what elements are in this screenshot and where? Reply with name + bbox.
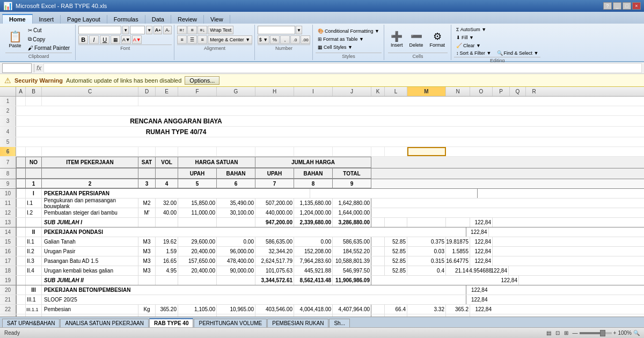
tab-home[interactable]: Home (2, 14, 33, 24)
col-header-b[interactable]: B (26, 87, 42, 96)
view-normal[interactable]: ▤ (546, 330, 551, 336)
cut-button[interactable]: ✂ Cut (26, 26, 72, 34)
tab-perhitungan[interactable]: PERHITUNGAN VOLUME (194, 319, 267, 327)
fill-color-button[interactable]: A▼ (121, 35, 131, 44)
row-num: 16 (0, 247, 16, 256)
row-num: 11 (0, 199, 16, 208)
options-button[interactable]: Options... (185, 76, 219, 85)
paste-button[interactable]: 📋 Paste (5, 28, 25, 50)
col-header-g[interactable]: G (217, 87, 255, 96)
cell-m6-selected[interactable] (407, 147, 446, 156)
font-group-label: Font (78, 45, 172, 51)
col-header-d[interactable]: D (138, 87, 156, 96)
alignment-group: ≡↑ ≡ ≡↓ Wrap Text ≡ ☰ ≡ Merge & Center ▼… (175, 25, 255, 60)
align-left-button[interactable]: ≡ (177, 35, 187, 44)
font-group: Calibri ▼ 11 ▼ A+ A- B I U ▦ A▼ A▼ Font (76, 25, 174, 60)
header-no: NO (26, 157, 42, 168)
align-middle-button[interactable]: ≡ (187, 26, 197, 34)
col-header-i[interactable]: I (294, 87, 333, 96)
dollar-button[interactable]: $ ▼ (258, 35, 269, 44)
header-upah-j: UPAH (255, 168, 294, 179)
bold-button[interactable]: B (78, 35, 88, 44)
format-as-table-button[interactable]: ⊞ Format as Table ▼ (316, 35, 382, 43)
help-icon[interactable]: ? (603, 2, 612, 10)
delete-icon: ➖ (411, 31, 422, 42)
col-header-c[interactable]: C (42, 87, 138, 96)
col-header-m[interactable]: M (407, 87, 446, 96)
tab-view[interactable]: View (204, 15, 230, 24)
increase-font-button[interactable]: A+ (153, 26, 162, 34)
increase-decimal-button[interactable]: .0 (290, 35, 300, 44)
clear-button[interactable]: 🧹 Clear ▼ (454, 42, 540, 49)
number-format-dropdown[interactable]: ▼ (296, 26, 302, 34)
format-button[interactable]: ⚙ Format (427, 29, 448, 49)
wrap-text-button[interactable]: Wrap Text (208, 26, 233, 34)
font-name-dropdown[interactable]: ▼ (122, 26, 129, 34)
col-header-o[interactable]: O (470, 87, 493, 96)
minimize-button[interactable]: _ (613, 2, 621, 10)
align-right-button[interactable]: ≡ (197, 35, 207, 44)
delete-button[interactable]: ➖ Delete (407, 29, 426, 49)
font-size-dropdown[interactable]: ▼ (146, 26, 152, 34)
col-header-h[interactable]: H (255, 87, 294, 96)
sort-icon: ↕ (456, 50, 459, 56)
merge-center-button[interactable]: Merge & Center ▼ (208, 35, 252, 44)
align-bottom-button[interactable]: ≡↓ (197, 26, 207, 34)
sort-filter-button[interactable]: ↕ Sort & Filter ▼ (454, 49, 493, 57)
insert-button[interactable]: ➕ Insert (388, 29, 406, 49)
font-name-input[interactable]: Calibri (78, 26, 121, 34)
align-center-button[interactable]: ☰ (187, 35, 197, 44)
decrease-font-button[interactable]: A- (163, 26, 172, 34)
tab-rab-type-40[interactable]: RAB TYPE 40 (149, 318, 193, 327)
col-header-n[interactable]: N (446, 87, 470, 96)
tab-formulas[interactable]: Formulas (107, 15, 145, 24)
fill-button[interactable]: ⬇ Fill ▼ (454, 34, 540, 41)
decrease-decimal-button[interactable]: .00 (301, 35, 310, 44)
tab-pembesian[interactable]: PEMBESIAN RUKAN (267, 319, 328, 327)
tab-page-layout[interactable]: Page Layout (61, 15, 107, 24)
copy-button[interactable]: ⧉ Copy (26, 35, 72, 43)
tab-sat-upah[interactable]: SAT UPAH&BAHAN (2, 319, 60, 327)
col-header-r[interactable]: R (526, 87, 542, 96)
close-button[interactable]: × (632, 2, 641, 10)
window-controls[interactable]: ? _ □ × (603, 2, 641, 10)
underline-button[interactable]: U (100, 35, 109, 44)
percent-button[interactable]: % (270, 35, 280, 44)
view-layout[interactable]: ⊡ (555, 330, 560, 336)
name-box[interactable]: M6 (2, 63, 32, 73)
font-size-input[interactable]: 11 (130, 26, 145, 34)
col-header-f[interactable]: F (178, 87, 217, 96)
row-num: 19 (0, 276, 16, 285)
zoom-level: 100% (618, 330, 632, 336)
col-header-l[interactable]: L (385, 87, 407, 96)
tab-data[interactable]: Data (145, 15, 171, 24)
format-painter-button[interactable]: 🖌 Format Painter (26, 44, 72, 52)
col-header-p[interactable]: P (493, 87, 510, 96)
table-row: 9 1 2 3 4 5 6 7 8 9 (0, 179, 644, 189)
tab-analisa[interactable]: ANALISA SATUAN PEKERJAAN (60, 319, 149, 327)
border-button[interactable]: ▦ (111, 35, 120, 44)
col-header-q[interactable]: Q (510, 87, 526, 96)
tab-insert[interactable]: Insert (33, 15, 61, 24)
conditional-formatting-button[interactable]: 🎨 Conditional Formatting ▼ (316, 27, 382, 35)
cell-styles-button[interactable]: ▦ Cell Styles ▼ (316, 43, 382, 51)
comma-button[interactable]: , (280, 35, 290, 44)
zoom-slider[interactable]: — + 100% 🔍 (573, 330, 640, 336)
maximize-button[interactable]: □ (623, 2, 631, 10)
col-header-a[interactable]: A (16, 87, 26, 96)
autosum-button[interactable]: Σ AutoSum ▼ (454, 26, 540, 33)
formula-input[interactable] (43, 63, 642, 73)
align-top-button[interactable]: ≡↑ (177, 26, 187, 34)
col-header-e[interactable]: E (156, 87, 178, 96)
font-color-button[interactable]: A▼ (132, 35, 142, 44)
header-upah-s: UPAH (178, 168, 217, 179)
tab-sh[interactable]: Sh... (329, 319, 350, 327)
tab-review[interactable]: Review (171, 15, 204, 24)
col-header-k[interactable]: K (371, 87, 385, 96)
row-num: 17 (0, 256, 16, 266)
italic-button[interactable]: I (89, 35, 99, 44)
col-header-j[interactable]: J (333, 87, 371, 96)
find-select-button[interactable]: 🔍 Find & Select ▼ (495, 49, 541, 57)
view-page-break[interactable]: ⊞ (564, 330, 568, 336)
number-format-input[interactable]: General (258, 26, 295, 34)
